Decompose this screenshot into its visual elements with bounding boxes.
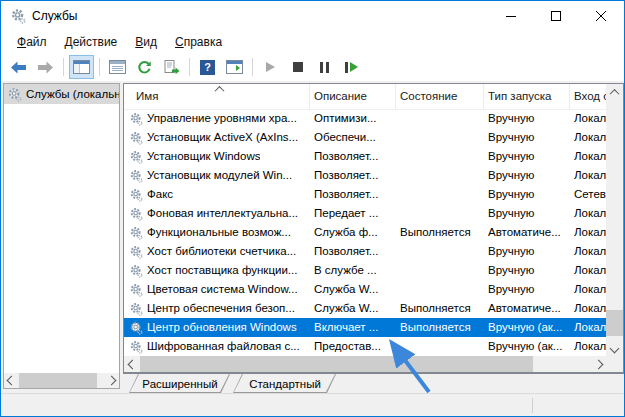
table-row[interactable]: Установщик ActiveX (AxIns... Обеспечи...… xyxy=(124,128,606,147)
table-row[interactable]: Установщик Windows Позволяет... Вручную … xyxy=(124,147,606,166)
stop-service-button[interactable] xyxy=(285,55,310,79)
scrollbar-thumb[interactable] xyxy=(606,310,623,336)
service-startup-type: Вручную xyxy=(484,280,570,299)
column-header-description[interactable]: Описание xyxy=(310,84,396,109)
column-header-startup-type[interactable]: Тип запуска xyxy=(484,84,570,109)
service-status xyxy=(396,261,484,280)
list-horizontal-scrollbar[interactable] xyxy=(124,356,606,372)
scrollbar-thumb[interactable] xyxy=(19,373,97,388)
pause-service-button[interactable] xyxy=(312,55,337,79)
scroll-right-icon[interactable] xyxy=(104,373,119,388)
service-description: Служба W... xyxy=(310,299,396,318)
menu-help[interactable]: Справка xyxy=(166,33,231,51)
service-startup-type: Вручную xyxy=(484,261,570,280)
start-service-icon xyxy=(266,62,275,72)
service-status xyxy=(396,109,484,128)
service-description: Оптимизи... xyxy=(310,109,396,128)
gear-icon xyxy=(129,321,143,335)
service-description: Включает ... xyxy=(310,318,396,337)
forward-button[interactable] xyxy=(33,55,58,79)
back-button[interactable] xyxy=(6,55,31,79)
menu-file[interactable]: Файл xyxy=(8,33,56,51)
service-name: Хост поставщика функции... xyxy=(147,261,297,280)
restart-service-icon xyxy=(345,62,348,73)
table-row[interactable]: Факс Позволяет... Вручную Сетевая xyxy=(124,185,606,204)
scroll-left-icon[interactable] xyxy=(124,356,140,372)
service-startup-type: Вручную xyxy=(484,166,570,185)
service-log-on-as: Локальная xyxy=(570,166,606,185)
gear-icon xyxy=(7,87,22,102)
gear-icon xyxy=(129,169,143,183)
service-log-on-as: Локальная xyxy=(570,261,606,280)
service-description: Позволяет... xyxy=(310,242,396,261)
column-header-log-on-as[interactable]: Вход от имени xyxy=(570,84,606,109)
show-console-tree-button[interactable] xyxy=(69,55,94,79)
tab-standard[interactable]: Стандартный xyxy=(233,374,337,393)
table-row[interactable]: Управление уровнями хра... Оптимизи... В… xyxy=(124,109,606,128)
scroll-right-icon[interactable] xyxy=(590,356,606,372)
export-list-button[interactable] xyxy=(159,55,184,79)
table-row[interactable]: Хост библиотеки счетчика... Позволяет...… xyxy=(124,242,606,261)
list-vertical-scrollbar[interactable] xyxy=(606,84,623,356)
gear-icon xyxy=(129,226,143,240)
restart-service-button[interactable] xyxy=(339,55,364,79)
minimize-icon xyxy=(506,11,517,22)
scroll-down-icon[interactable] xyxy=(606,340,623,356)
menu-view[interactable]: Вид xyxy=(126,33,166,51)
service-startup-type: Автоматиче... xyxy=(484,299,570,318)
service-log-on-as: Локальная xyxy=(570,223,606,242)
table-row[interactable]: Центр обновления Windows Включает ... Вы… xyxy=(124,318,606,337)
list-header: Имя Описание Состояние Тип запуска Вход … xyxy=(124,84,606,110)
gear-icon xyxy=(129,340,143,354)
properties-button[interactable] xyxy=(105,55,130,79)
help-button[interactable]: ? xyxy=(195,55,220,79)
close-button[interactable] xyxy=(579,1,624,31)
service-name: Хост библиотеки счетчика... xyxy=(147,242,296,261)
table-row[interactable]: Установщик модулей Win... Позволяет... В… xyxy=(124,166,606,185)
window-title: Службы xyxy=(32,9,77,23)
maximize-button[interactable] xyxy=(534,1,579,31)
service-name: Установщик Windows xyxy=(147,147,260,166)
service-status: Выполняется xyxy=(396,223,484,242)
menu-action[interactable]: Действие xyxy=(56,33,127,51)
service-startup-type: Вручную xyxy=(484,109,570,128)
table-row[interactable]: Функциональные возмож... Служба ф... Вып… xyxy=(124,223,606,242)
scroll-up-icon[interactable] xyxy=(606,84,623,100)
table-row[interactable]: Шифрованная файловая с... Предостав... В… xyxy=(124,337,606,356)
toolbar-separator xyxy=(63,58,64,76)
refresh-button[interactable] xyxy=(132,55,157,79)
column-header-status[interactable]: Состояние xyxy=(396,84,484,109)
service-description: Служба W... xyxy=(310,280,396,299)
maximize-icon xyxy=(551,11,562,22)
service-status xyxy=(396,337,484,356)
service-rows: Управление уровнями хра... Оптимизи... В… xyxy=(124,109,606,356)
table-row[interactable]: Хост поставщика функции... В службе ... … xyxy=(124,261,606,280)
service-description: Передает ... xyxy=(310,204,396,223)
toolbar-separator xyxy=(189,58,190,76)
scroll-left-icon[interactable] xyxy=(4,373,19,388)
gear-icon xyxy=(129,283,143,297)
scrollbar-thumb[interactable] xyxy=(140,356,533,372)
table-row[interactable]: Центр обеспечения безоп... Служба W... В… xyxy=(124,299,606,318)
status-bar-divider xyxy=(532,398,533,413)
service-log-on-as: Сетевая xyxy=(570,185,606,204)
tree-horizontal-scrollbar[interactable] xyxy=(4,373,119,388)
table-row[interactable]: Фоновая интеллектуальна... Передает ... … xyxy=(124,204,606,223)
tab-extended[interactable]: Расширенный xyxy=(129,374,231,393)
tree-item-services-local[interactable]: Службы (локальные) xyxy=(4,84,119,104)
start-service-button[interactable] xyxy=(258,55,283,79)
minimize-button[interactable] xyxy=(489,1,534,31)
service-name: Центр обеспечения безоп... xyxy=(147,299,295,318)
service-startup-type: Вручную xyxy=(484,147,570,166)
properties-icon xyxy=(109,60,126,74)
toolbar-separator xyxy=(99,58,100,76)
service-status xyxy=(396,147,484,166)
gear-icon xyxy=(129,302,143,316)
service-startup-type: Автоматиче... xyxy=(484,223,570,242)
show-action-pane-button[interactable] xyxy=(222,55,247,79)
title-bar: Службы xyxy=(1,1,624,31)
pause-service-icon xyxy=(320,62,323,73)
status-bar xyxy=(1,393,624,416)
service-name: Центр обновления Windows xyxy=(147,318,297,337)
table-row[interactable]: Цветовая система Window... Служба W... В… xyxy=(124,280,606,299)
